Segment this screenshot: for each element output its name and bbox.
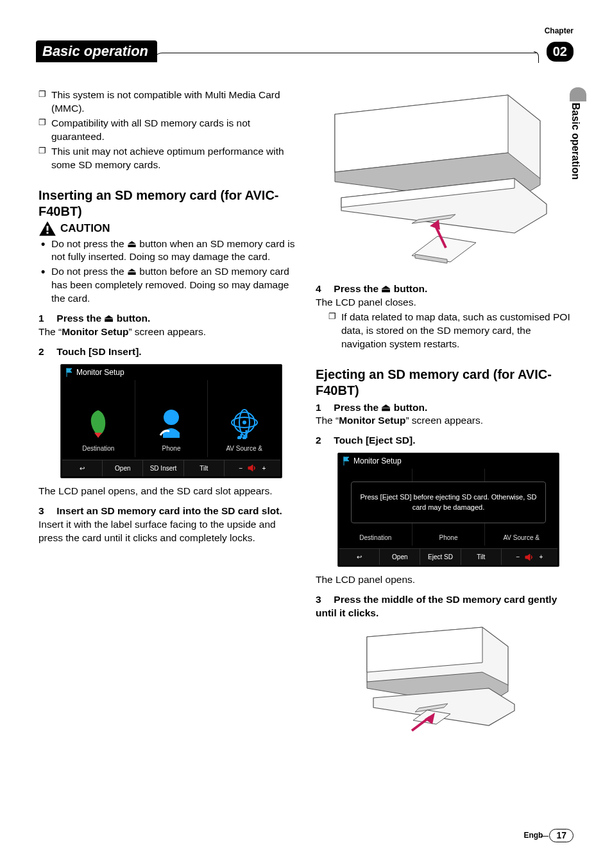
ms-bottom-bar: ↩ Open Eject SD Tilt − + xyxy=(339,548,557,565)
step-heading: Press the ⏏ button. xyxy=(334,402,427,413)
step-number: 3 xyxy=(38,505,54,518)
speaker-icon xyxy=(248,464,257,472)
eject-step-3: 3 Press the middle of the SD memory card… xyxy=(316,593,574,620)
after-screenshot-text: The LCD panel opens. xyxy=(316,573,574,587)
caution-row: CAUTION xyxy=(38,221,296,236)
step-heading: Press the ⏏ button. xyxy=(334,283,427,294)
step-3: 3 Insert an SD memory card into the SD c… xyxy=(38,505,296,545)
compat-notes-list: This system is not compatible with Multi… xyxy=(38,89,296,172)
step-2: 2 Touch [SD Insert]. xyxy=(38,345,296,359)
note-item: This system is not compatible with Multi… xyxy=(51,89,296,116)
monitor-setup-screenshot-eject: Monitor Setup Destination Phone AV Sourc… xyxy=(337,453,559,567)
step-heading: Insert an SD memory card into the SD car… xyxy=(56,505,282,516)
step-heading: Touch [Eject SD]. xyxy=(334,435,415,446)
speaker-icon xyxy=(525,553,534,561)
warning-icon xyxy=(38,221,56,236)
ms-back-button[interactable]: ↩ xyxy=(62,460,103,476)
step-number: 1 xyxy=(316,401,331,415)
ms-sd-insert-button[interactable]: SD Insert xyxy=(143,460,183,476)
step-4: 4 Press the ⏏ button. The LCD panel clos… xyxy=(316,282,574,351)
destination-icon xyxy=(85,407,111,439)
svg-point-2 xyxy=(164,410,179,425)
step-heading: Press the ⏏ button. xyxy=(56,313,150,324)
monitor-setup-screenshot-insert: Monitor Setup Destination xyxy=(60,364,282,478)
after-screenshot-text: The LCD panel opens, and the SD card slo… xyxy=(38,485,296,498)
step-number: 2 xyxy=(38,345,54,359)
step-body: The “Monitor Setup” screen appears. xyxy=(38,326,296,339)
ms-cell-avsource: AV Source & xyxy=(208,380,280,457)
ms-open-button[interactable]: Open xyxy=(380,549,420,565)
flag-icon xyxy=(66,368,72,377)
heading-ejecting-sd: Ejecting an SD memory card (for AVIC-F40… xyxy=(316,367,574,399)
chapter-label: Chapter xyxy=(545,26,574,36)
phone-icon xyxy=(157,407,186,439)
svg-rect-1 xyxy=(47,232,49,234)
av-source-icon xyxy=(230,407,259,439)
caution-item: Do not press the ⏏ button when an SD mem… xyxy=(51,238,296,265)
ms-eject-sd-button[interactable]: Eject SD xyxy=(420,549,461,565)
footer-lang: Engb xyxy=(523,830,543,840)
ms-volume[interactable]: − + xyxy=(225,460,280,476)
ms-body: Destination Phone xyxy=(62,380,280,457)
step-number: 4 xyxy=(316,282,331,296)
header-rule xyxy=(153,53,536,62)
page-footer: Engb 17 xyxy=(523,829,574,842)
ms-cell-destination: Destination xyxy=(62,380,135,457)
step-body: Insert it with the label surface facing … xyxy=(38,518,296,545)
header-rule-cap xyxy=(534,51,539,63)
eject-step-2: 2 Touch [Eject SD]. xyxy=(316,434,574,447)
page-number: 17 xyxy=(549,829,574,842)
eject-step-1: 1 Press the ⏏ button. The “Monitor Setup… xyxy=(316,401,574,428)
right-column: 4 Press the ⏏ button. The LCD panel clos… xyxy=(316,89,574,747)
step-number: 1 xyxy=(38,312,54,326)
ms-open-button[interactable]: Open xyxy=(103,460,143,476)
chapter-number-badge: 02 xyxy=(547,42,574,62)
ms-tilt-button[interactable]: Tilt xyxy=(184,460,225,476)
ms-warning-dialog: Press [Eject SD] before ejecting SD card… xyxy=(351,482,546,523)
ms-cell-phone: Phone xyxy=(135,380,208,457)
step-note: If data related to map data, such as cus… xyxy=(316,311,574,351)
step-body: The LCD panel closes. xyxy=(316,296,574,309)
heading-inserting-sd: Inserting an SD memory card (for AVIC-F4… xyxy=(38,187,296,220)
step-number: 3 xyxy=(316,593,331,607)
svg-point-6 xyxy=(242,421,246,424)
ms-tilt-button[interactable]: Tilt xyxy=(461,549,502,565)
flag-icon xyxy=(343,456,350,465)
step-number: 2 xyxy=(316,434,331,447)
step-heading: Press the middle of the SD memory card g… xyxy=(316,594,557,618)
device-eject-illustration xyxy=(354,624,521,740)
left-column: This system is not compatible with Multi… xyxy=(38,89,296,747)
step-1: 1 Press the ⏏ button. The “Monitor Setup… xyxy=(38,312,296,339)
side-tab-cap xyxy=(570,87,586,101)
ms-volume[interactable]: − + xyxy=(502,549,557,565)
step-body: The “Monitor Setup” screen appears. xyxy=(316,414,574,428)
svg-rect-0 xyxy=(47,225,49,230)
section-title: Basic operation xyxy=(36,40,157,62)
caution-item: Do not press the ⏏ button before an SD m… xyxy=(51,265,296,306)
ms-back-button[interactable]: ↩ xyxy=(339,549,380,565)
caution-list: Do not press the ⏏ button when an SD mem… xyxy=(38,238,296,306)
device-insert-illustration xyxy=(316,89,553,275)
caution-label: CAUTION xyxy=(60,221,110,236)
side-tab: Basic operation xyxy=(568,103,582,180)
ms-titlebar: Monitor Setup xyxy=(338,453,559,469)
note-item: This unit may not achieve optimum perfor… xyxy=(51,145,296,172)
step-heading: Touch [SD Insert]. xyxy=(56,346,141,357)
note-item: Compatibility with all SD memory cards i… xyxy=(51,117,296,144)
page-header: Basic operation 02 xyxy=(38,40,574,63)
ms-titlebar: Monitor Setup xyxy=(61,365,282,380)
ms-bottom-bar: ↩ Open SD Insert Tilt − + xyxy=(62,460,280,476)
